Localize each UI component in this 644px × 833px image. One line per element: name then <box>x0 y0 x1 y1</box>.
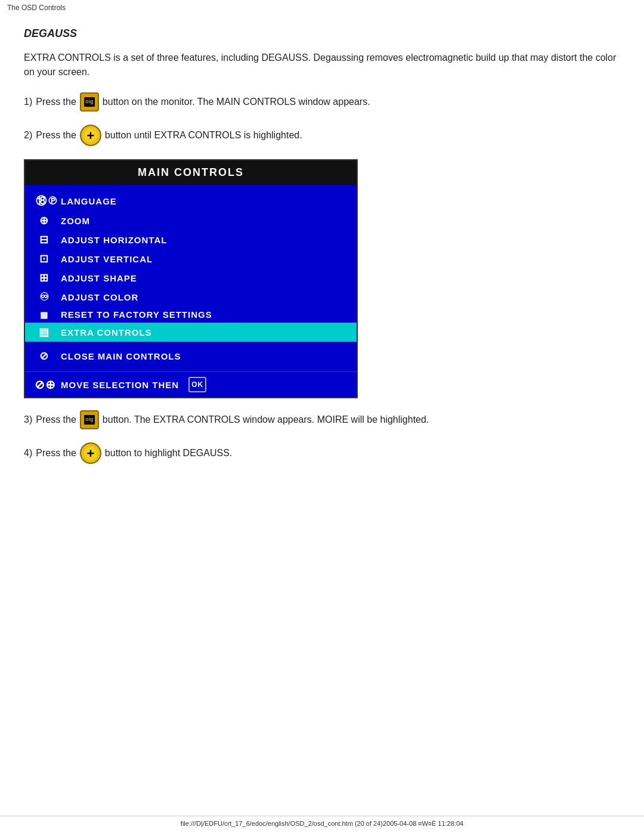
mc-label-reset: RESET TO FACTORY SETTINGS <box>61 309 212 320</box>
step-1-prefix: Press the <box>36 95 76 109</box>
step-4-number: 4) <box>24 446 32 460</box>
step-2-suffix: button until EXTRA CONTROLS is highlight… <box>105 128 302 143</box>
bottom-bar-text: file:///D|/EDFU/crt_17_6/edoc/english/OS… <box>181 820 463 827</box>
step-3-text: 3) Press the oig button. The EXTRA CONTR… <box>24 410 429 429</box>
step-4-text: 4) Press the + button to highlight DEGAU… <box>24 442 232 464</box>
mc-icon-adj-vert: ⊡ <box>36 252 52 265</box>
step-3-prefix: Press the <box>36 413 76 427</box>
mc-row-zoom: ⊕ ZOOM <box>25 211 357 230</box>
step-4-suffix: button to highlight DEGAUSS. <box>105 446 232 460</box>
plus-button-1[interactable]: + <box>80 125 101 146</box>
intro-text: EXTRA CONTROLS is a set of three feature… <box>24 51 620 79</box>
mc-row-reset: ▦ RESET TO FACTORY SETTINGS <box>25 306 357 323</box>
step-3: 3) Press the oig button. The EXTRA CONTR… <box>24 410 620 429</box>
mc-icon-close: ⊘ <box>36 349 52 363</box>
osd-button-1[interactable]: oig <box>80 92 99 112</box>
mc-row-adj-color: ♾ ADJUST COLOR <box>25 287 357 306</box>
step-1-text: 1) Press the oig button on the monitor. … <box>24 92 370 112</box>
mc-icon-language: ⑱℗ <box>36 194 52 208</box>
step-4: 4) Press the + button to highlight DEGAU… <box>24 442 620 464</box>
mc-label-adj-shape: ADJUST SHAPE <box>61 273 137 283</box>
mc-icon-reset: ▦ <box>36 310 52 320</box>
bottom-bar: file:///D|/EDFU/crt_17_6/edoc/english/OS… <box>0 816 644 827</box>
step-2: 2) Press the + button until EXTRA CONTRO… <box>24 125 620 146</box>
mc-ok-icon: OK <box>188 377 206 392</box>
mc-row-language: ⑱℗ LANGUAGE <box>25 191 357 211</box>
mc-row-adj-vert: ⊡ ADJUST VERTICAL <box>25 249 357 268</box>
section-title: DEGAUSS <box>24 27 620 40</box>
step-1: 1) Press the oig button on the monitor. … <box>24 92 620 112</box>
mc-icon-adj-horiz: ⊟ <box>36 233 52 246</box>
mc-row-adj-shape: ⊞ ADJUST SHAPE <box>25 268 357 287</box>
osd-button-1-label: oig <box>84 97 95 107</box>
mc-label-close: CLOSE MAIN CONTROLS <box>61 351 181 361</box>
plus-button-2[interactable]: + <box>80 442 101 464</box>
mc-label-language: LANGUAGE <box>61 196 117 206</box>
step-2-text: 2) Press the + button until EXTRA CONTRO… <box>24 125 302 146</box>
mc-row-close: ⊘ CLOSE MAIN CONTROLS <box>25 346 357 366</box>
mc-row-extra: ▤ EXTRA CONTROLS <box>25 323 357 342</box>
step-1-number: 1) <box>24 95 32 109</box>
osd-button-2[interactable]: oig <box>80 410 99 429</box>
main-content: DEGAUSS EXTRA CONTROLS is a set of three… <box>0 16 644 513</box>
mc-label-adj-vert: ADJUST VERTICAL <box>61 254 153 264</box>
main-controls-box: MAIN CONTROLS ⑱℗ LANGUAGE ⊕ ZOOM ⊟ ADJUS… <box>24 159 358 398</box>
mc-label-zoom: ZOOM <box>61 216 90 226</box>
mc-footer-label: MOVE SELECTION THEN <box>61 380 179 390</box>
mc-header: MAIN CONTROLS <box>25 160 357 185</box>
mc-icon-zoom: ⊕ <box>36 214 52 227</box>
mc-footer-icons: ⊘⊕ <box>35 377 56 392</box>
mc-label-extra: EXTRA CONTROLS <box>61 327 152 337</box>
mc-row-adj-horiz: ⊟ ADJUST HORIZONTAL <box>25 230 357 249</box>
step-2-number: 2) <box>24 128 32 143</box>
mc-label-adj-color: ADJUST COLOR <box>61 292 138 302</box>
step-3-number: 3) <box>24 413 32 427</box>
osd-button-2-label: oig <box>84 415 95 425</box>
top-bar-label: The OSD Controls <box>7 4 66 12</box>
mc-icon-adj-color: ♾ <box>36 290 52 304</box>
mc-footer: ⊘⊕ MOVE SELECTION THEN OK <box>25 371 357 397</box>
step-3-suffix: button. The EXTRA CONTROLS window appear… <box>103 413 429 427</box>
top-bar: The OSD Controls <box>0 0 644 16</box>
step-4-prefix: Press the <box>36 446 76 460</box>
mc-icon-extra: ▤ <box>36 326 52 339</box>
step-2-prefix: Press the <box>36 128 76 143</box>
mc-label-adj-horiz: ADJUST HORIZONTAL <box>61 235 167 245</box>
mc-items: ⑱℗ LANGUAGE ⊕ ZOOM ⊟ ADJUST HORIZONTAL ⊡… <box>25 185 357 371</box>
step-1-suffix: button on the monitor. The MAIN CONTROLS… <box>103 95 370 109</box>
mc-icon-adj-shape: ⊞ <box>36 271 52 284</box>
